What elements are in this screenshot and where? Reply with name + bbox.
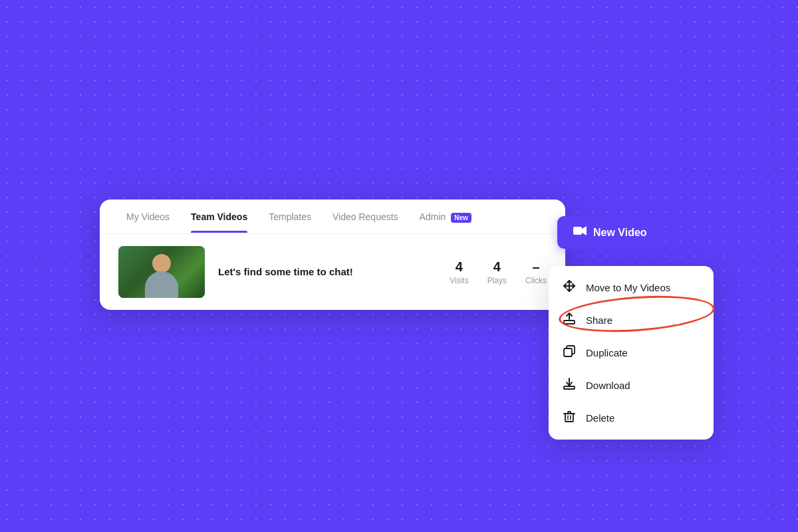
svg-marker-1 (582, 226, 587, 235)
svg-rect-6 (564, 348, 572, 356)
visits-value: 4 (450, 259, 468, 275)
nav-bar: My Videos Team Videos Templates Video Re… (100, 200, 565, 234)
plays-value: 4 (487, 259, 507, 275)
stat-plays: 4 Plays (487, 259, 507, 285)
admin-badge: New (451, 213, 471, 223)
duplicate-icon (562, 345, 577, 360)
share-label: Share (586, 315, 612, 326)
video-title: Let's find some time to chat! (218, 266, 436, 277)
new-video-label: New Video (593, 227, 647, 239)
person-head (152, 254, 171, 273)
download-icon (562, 378, 577, 393)
video-thumbnail[interactable] (118, 246, 205, 298)
svg-rect-7 (564, 386, 575, 389)
menu-item-move[interactable]: Move to My Videos (549, 271, 714, 304)
svg-rect-4 (564, 321, 575, 324)
svg-rect-0 (573, 227, 582, 235)
menu-item-duplicate[interactable]: Duplicate (549, 336, 714, 369)
clicks-label: Clicks (525, 276, 547, 285)
dropdown-menu: Move to My Videos Share Duplicate (549, 266, 714, 440)
new-video-button[interactable]: New Video (557, 216, 663, 249)
plays-label: Plays (487, 276, 507, 285)
download-label: Download (586, 380, 630, 391)
stats-group: 4 Visits 4 Plays – Clicks (450, 259, 547, 285)
visits-label: Visits (450, 276, 468, 285)
delete-icon (562, 410, 577, 426)
stat-clicks: – Clicks (525, 259, 547, 285)
delete-label: Delete (586, 412, 614, 424)
camera-icon (573, 225, 587, 239)
menu-item-download[interactable]: Download (549, 369, 714, 402)
menu-item-delete[interactable]: Delete (549, 402, 714, 434)
svg-rect-9 (565, 414, 573, 422)
share-icon (562, 313, 577, 328)
sidebar-item-my-videos[interactable]: My Videos (118, 200, 178, 233)
thumbnail-image (118, 246, 205, 298)
video-row: Let's find some time to chat! 4 Visits 4… (100, 234, 565, 310)
sidebar-item-admin[interactable]: Admin New (412, 200, 479, 233)
menu-item-share[interactable]: Share (549, 304, 714, 336)
sidebar-item-video-requests[interactable]: Video Requests (325, 200, 406, 233)
sidebar-item-templates[interactable]: Templates (261, 200, 319, 233)
clicks-value: – (525, 259, 547, 275)
sidebar-item-team-videos[interactable]: Team Videos (183, 200, 255, 233)
person-body (145, 271, 178, 298)
move-icon (562, 280, 577, 295)
stat-visits: 4 Visits (450, 259, 468, 285)
move-label: Move to My Videos (586, 282, 670, 293)
duplicate-label: Duplicate (586, 347, 628, 358)
main-card: My Videos Team Videos Templates Video Re… (100, 200, 565, 310)
